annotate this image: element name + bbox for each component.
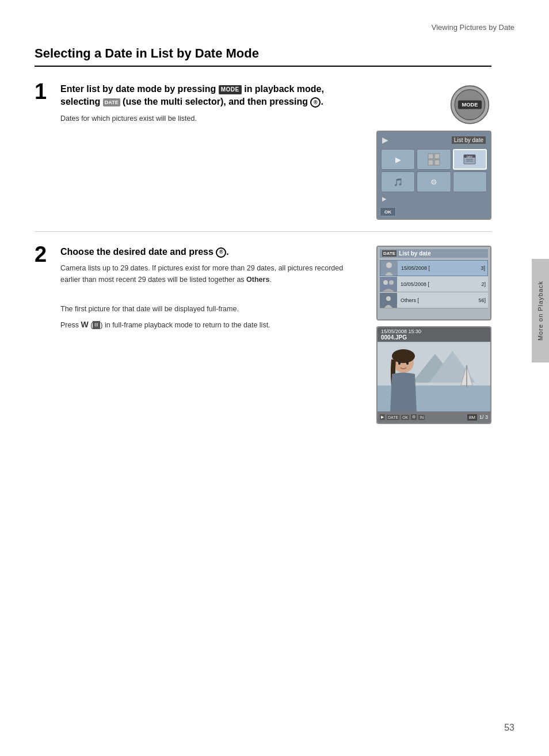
w-button-label: W (81, 320, 88, 329)
info-bottom-icon: IN (418, 415, 425, 420)
list-row-1: 15/05/2008 [ 3] (380, 260, 488, 276)
thumb-1-svg (380, 261, 398, 276)
camera-screen-menu: ▶ List by date ▶ (376, 131, 491, 220)
svg-rect-5 (434, 154, 440, 159)
list-row-2: 10/05/2008 [ 2] (380, 276, 488, 292)
photo-date: 15/05/2008 15:30 (381, 329, 487, 334)
step-2-subtext2: The first picture for that date will be … (60, 304, 353, 315)
svg-rect-7 (434, 160, 440, 165)
svg-text:MODE: MODE (462, 101, 478, 107)
step-2-subtext1: Camera lists up to 29 dates. If pictures… (60, 263, 353, 285)
list-date-2: 10/05/2008 [ (399, 281, 481, 287)
step-2-subtext3: Press W (⊟) in full-frame playback mode … (60, 319, 353, 331)
page-number: 53 (504, 723, 514, 733)
step-2-heading: Choose the desired date and press ®. (60, 246, 353, 258)
section-title: Viewing Pictures by Date (432, 23, 514, 32)
photo-bottom-bar: ▶ DATE OK ⚙ IN 8M 1/ 3 (378, 411, 490, 423)
screen-menu-inner: ▶ List by date ▶ (378, 132, 490, 219)
list-by-date-label: List by date (452, 136, 486, 144)
list-view-header: DATE List by date (380, 249, 488, 258)
photo-svg (378, 343, 490, 411)
megapixel-badge: 8M (467, 414, 477, 421)
menu-cell-5: ⚙ (417, 171, 451, 192)
settings-bottom-icon: ⚙ (411, 414, 417, 420)
ok-bottom-icon: OK (401, 415, 409, 420)
ok-button-icon: ® (310, 97, 321, 108)
step-1-body: Enter list by date mode by pressing MODE… (60, 83, 365, 220)
date-icon-svg: DATE (463, 153, 476, 166)
screen-list-inner: DATE List by date 1 (378, 247, 490, 319)
svg-text:DATE: DATE (467, 155, 473, 158)
ok-text: OK (384, 209, 391, 215)
list-count-1: 3] (481, 265, 487, 271)
menu-cell-date: DATE (453, 149, 487, 170)
screen-photo-inner: 15/05/2008 15:30 0004.JPG (378, 327, 490, 423)
svg-point-17 (389, 280, 394, 285)
list-date-others: Others [ (399, 297, 478, 303)
camera-screen-photo: 15/05/2008 15:30 0004.JPG (376, 326, 491, 424)
menu-cell-6 (453, 171, 487, 192)
sidebar-tab: More on Playback (532, 259, 549, 362)
ok-indicator: OK (380, 207, 396, 216)
mode-button-illustration: MODE (448, 83, 491, 126)
page-title: Selecting a Date in List by Date Mode (35, 46, 491, 67)
step-1-section: 1 Enter list by date mode by pressing MO… (35, 83, 491, 232)
date-bottom-icon: DATE (387, 415, 399, 420)
step-2-number: 2 (35, 243, 60, 424)
menu-cell-1: ▶ (381, 149, 415, 170)
svg-point-19 (386, 296, 391, 301)
list-count-others: 56] (478, 297, 488, 303)
sidebar-label: More on Playback (537, 281, 544, 341)
step-1-number: 1 (35, 81, 60, 220)
photo-bottom-icons: ▶ DATE OK ⚙ IN (380, 414, 425, 420)
list-count-2: 2] (481, 281, 488, 287)
menu-cell-4: 🎵 (381, 171, 415, 192)
ok-circle-2: ® (216, 247, 226, 258)
svg-rect-6 (428, 160, 433, 165)
mode-button-svg: MODE (448, 82, 491, 128)
camera-screen-list: DATE List by date 1 (376, 246, 491, 320)
list-date-1: 15/05/2008 [ (400, 265, 481, 271)
menu-grid: ▶ (380, 148, 488, 193)
photo-counter-area: 8M 1/ 3 (467, 414, 488, 421)
step-2-extra-content: The first picture for that date will be … (60, 304, 353, 331)
photo-counter: 1/ 3 (479, 414, 488, 420)
play-icon: ▶ (382, 135, 388, 144)
step-1-heading: Enter list by date mode by pressing MODE… (60, 83, 353, 109)
photo-filename: 0004.JPG (381, 334, 487, 341)
svg-point-29 (406, 361, 409, 365)
screen-top-bar: ▶ List by date (380, 134, 488, 146)
screen-play-icon-bottom: ▶ (382, 196, 387, 202)
thumbnail-icon (428, 153, 440, 166)
step-2-images: DATE List by date 1 (365, 246, 491, 424)
date-icon-label: DATE (103, 98, 120, 107)
list-date-icon: DATE (382, 250, 396, 257)
thumb-others-svg (380, 293, 397, 308)
main-content: Selecting a Date in List by Date Mode 1 … (35, 46, 491, 449)
svg-point-28 (398, 361, 401, 365)
list-thumb-others (380, 293, 397, 308)
step-2-body: Choose the desired date and press ®. Cam… (60, 246, 365, 424)
photo-content (378, 343, 490, 411)
list-header-text: List by date (399, 250, 431, 257)
menu-cell-2 (417, 149, 451, 170)
step-2-section: 2 Choose the desired date and press ®. C… (35, 246, 491, 436)
zoom-out-icon: ⊟ (93, 321, 100, 329)
step-1-images: MODE ▶ List by date ▶ (365, 83, 491, 220)
svg-point-16 (383, 280, 388, 285)
thumb-2-svg (380, 277, 397, 292)
photo-info-bar: 15/05/2008 15:30 0004.JPG (378, 327, 490, 342)
svg-rect-4 (428, 154, 433, 159)
list-row-others: Others [ 56] (380, 292, 488, 308)
mode-button-label: MODE (219, 85, 242, 94)
playback-icon: ▶ (380, 414, 385, 420)
svg-point-14 (386, 262, 392, 268)
list-thumb-1 (380, 261, 398, 276)
list-thumb-2 (380, 277, 397, 292)
step-1-subtext: Dates for which pictures exist will be l… (60, 113, 353, 124)
